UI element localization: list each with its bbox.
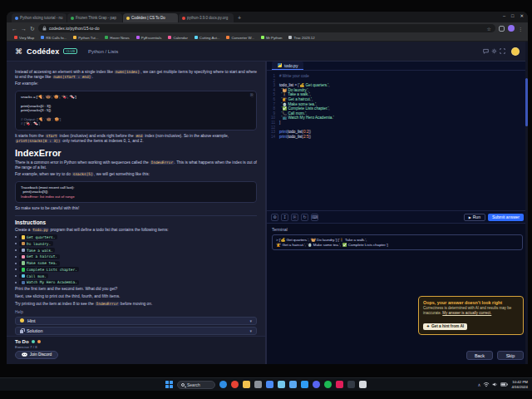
skip-button[interactable]: Skip xyxy=(497,351,524,360)
bookmark-label: Trac 2023.12 xyxy=(293,36,314,40)
submit-answer-button[interactable]: Submit answer xyxy=(488,214,524,221)
slack-icon[interactable] xyxy=(336,381,343,388)
window-maximize-button[interactable]: □ xyxy=(511,13,514,18)
edge-icon[interactable] xyxy=(219,381,227,388)
bookmark-favicon-icon xyxy=(14,36,17,39)
expand-icon[interactable] xyxy=(500,48,505,54)
tab-title: Python slicing tutorial - no xyxy=(20,16,63,20)
inline-code: IndexError xyxy=(150,160,174,165)
emoji-icon xyxy=(22,268,26,272)
run-label: Run xyxy=(473,214,480,219)
bookmark-label: PyEssentials xyxy=(141,36,162,40)
browser-tab[interactable]: python-3.9.0 docs.py.org xyxy=(179,13,234,22)
text-run: index (non-inclusive). So in the above e… xyxy=(144,134,229,138)
bookmark-item[interactable]: Calendar xyxy=(168,36,187,40)
keyboard-icon[interactable]: ⌨ xyxy=(311,214,318,221)
download-icon[interactable]: ↧ xyxy=(281,214,288,221)
bookmark-item[interactable]: Converter W... xyxy=(226,36,254,40)
breadcrumb-chapter[interactable]: Lists xyxy=(108,49,118,54)
editor-panel: todo.py 1# Write your code23todo_list = … xyxy=(267,62,528,364)
chrome-icon[interactable] xyxy=(231,381,239,388)
mail-icon[interactable] xyxy=(289,381,297,388)
gear-icon[interactable] xyxy=(491,48,497,54)
codedex-page: ⌘ Codédex CLUB Python / Lists Instead o xyxy=(7,42,528,364)
browser-tab[interactable]: Codédex | CS To Do xyxy=(123,13,178,22)
start-button[interactable] xyxy=(165,381,173,388)
vscode-icon[interactable] xyxy=(301,381,308,388)
taskbar-clock[interactable]: 10:42 PM 4/16/2024 xyxy=(511,380,528,389)
inline-code: snacks[5] xyxy=(71,172,94,176)
browser-toolbar: ←→↻ codedex.io/python/15-to-do ☆ ⋮ xyxy=(7,22,528,34)
chat-icon[interactable] xyxy=(483,48,489,54)
scrollbar-thumb[interactable] xyxy=(525,78,528,126)
code-editor[interactable]: 1# Write your code23todo_list = ['💰 Get … xyxy=(267,71,528,210)
address-bar[interactable]: codedex.io/python/15-to-do ☆ xyxy=(38,24,495,32)
bookmark-item[interactable]: PyEssentials xyxy=(136,36,162,40)
battery-icon[interactable] xyxy=(500,382,508,387)
bookmark-item[interactable]: Very Map xyxy=(14,36,34,40)
wifi-icon[interactable] xyxy=(483,382,490,387)
editor-tab-todo-py[interactable]: todo.py xyxy=(272,62,303,70)
file-explorer-icon[interactable] xyxy=(243,381,250,388)
editor-toolbar: ⚙↧⎘↻⌨ ▶ Run Submit answer xyxy=(267,210,528,223)
accordion-label: Hint xyxy=(27,318,36,323)
extensions-icon[interactable] xyxy=(499,26,505,32)
code-token: , xyxy=(328,83,329,88)
window-close-button[interactable]: ✕ xyxy=(520,13,524,18)
codedex-logo-icon[interactable]: ⌘ xyxy=(15,47,22,56)
taskbar-search[interactable]: Search xyxy=(177,381,215,389)
get-hint-button[interactable]: ✦ Get a hint from AI xyxy=(423,323,467,330)
spotify-icon[interactable] xyxy=(324,381,332,388)
terminal-icon[interactable] xyxy=(347,381,355,388)
lesson-paragraph: For example, when we try to do snacks[5]… xyxy=(15,172,257,177)
text-run: Create a xyxy=(15,228,32,232)
bookmark-item[interactable]: Cutting Aut... xyxy=(195,36,220,40)
bookmark-item[interactable]: RS Calls fo... xyxy=(41,36,66,40)
discord-icon[interactable] xyxy=(313,381,320,388)
chevron-down-icon: ▾ xyxy=(249,318,252,323)
photos-icon[interactable] xyxy=(278,381,285,388)
window-minimize-button[interactable]: – xyxy=(503,13,505,18)
forward-icon[interactable]: → xyxy=(21,26,27,32)
bookmark-item[interactable]: Hover News xyxy=(105,36,129,40)
bookmark-item[interactable]: Trac 2023.12 xyxy=(288,36,314,40)
copy-icon[interactable]: ⎘ xyxy=(291,214,298,221)
desktop-background: Python slicing tutorial - noFrozen Think… xyxy=(0,0,532,399)
breadcrumb-course[interactable]: Python xyxy=(88,49,104,54)
join-discord-button[interactable]: Join Discord xyxy=(15,351,58,359)
accordion-hint[interactable]: Hint▾ xyxy=(15,317,257,325)
editor-tab-bar: todo.py xyxy=(267,62,528,71)
inline-code: end xyxy=(135,134,144,138)
github-icon[interactable] xyxy=(359,381,367,388)
copy-icon[interactable]: ⎘ xyxy=(250,93,254,97)
get-hint-label: Get a hint from AI xyxy=(431,324,464,328)
refresh-icon[interactable]: ↻ xyxy=(30,26,35,32)
browser-profile-avatar[interactable] xyxy=(508,25,515,32)
bookmark-item[interactable]: Mr Python xyxy=(261,36,283,40)
lesson-content[interactable]: Instead of accessing an element with a s… xyxy=(7,62,265,336)
browser-menu-icon[interactable]: ⋮ xyxy=(518,26,523,32)
bookmark-star-icon[interactable]: ☆ xyxy=(487,26,491,32)
terminal-output[interactable]: > ['💰 Get quarters.', '🧺 Do laundry.'] [… xyxy=(272,234,523,250)
back-icon[interactable]: ← xyxy=(12,26,17,32)
settings-icon[interactable] xyxy=(254,381,262,388)
answer-correct-link[interactable]: My answer is actually correct. xyxy=(442,311,491,315)
bookmark-item[interactable]: Python Tut... xyxy=(73,36,98,40)
speaker-icon[interactable] xyxy=(492,382,498,387)
breadcrumb[interactable]: Python / Lists xyxy=(88,49,118,54)
browser-tab[interactable]: Python slicing tutorial - no xyxy=(12,13,66,22)
todo-item-label: Get quarters. xyxy=(27,235,55,239)
new-tab-button[interactable]: + xyxy=(238,15,241,21)
codedex-logo[interactable]: Codédex xyxy=(27,47,59,56)
reset-icon[interactable]: ↻ xyxy=(301,214,308,221)
back-button[interactable]: Back xyxy=(466,351,493,360)
page-scrollbar[interactable] xyxy=(525,42,528,364)
browser-tab[interactable]: Frozen Think Grap - pap xyxy=(67,13,122,22)
store-icon[interactable] xyxy=(266,381,273,388)
accordion-solution[interactable]: Solution▾ xyxy=(15,327,257,335)
settings-icon[interactable]: ⚙ xyxy=(271,214,278,221)
chevron-up-icon[interactable]: ∧ xyxy=(477,382,480,387)
todo-item-pill: Complete Lists chapter. xyxy=(19,267,79,272)
user-avatar[interactable] xyxy=(511,47,520,56)
run-button[interactable]: ▶ Run xyxy=(464,214,485,221)
